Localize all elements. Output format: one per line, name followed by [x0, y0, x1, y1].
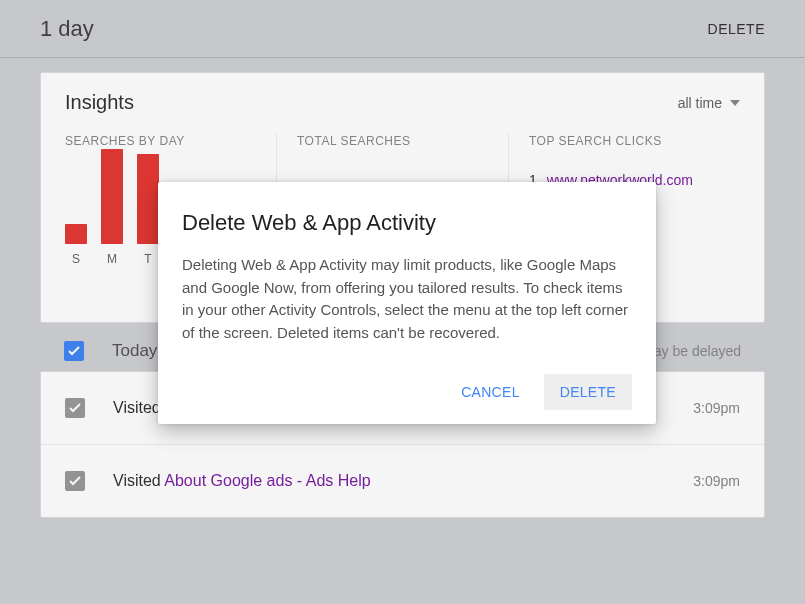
dialog-title: Delete Web & App Activity	[182, 210, 632, 236]
confirm-delete-button[interactable]: DELETE	[544, 374, 632, 410]
dialog-body: Deleting Web & App Activity may limit pr…	[182, 254, 632, 344]
delete-dialog: Delete Web & App Activity Deleting Web &…	[158, 182, 656, 424]
cancel-button[interactable]: CANCEL	[445, 374, 536, 410]
